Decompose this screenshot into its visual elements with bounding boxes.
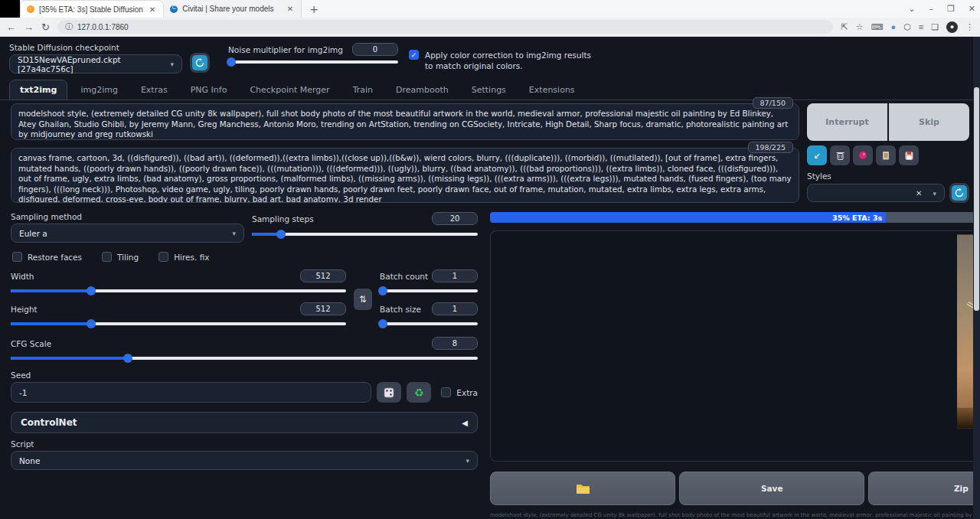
refresh-checkpoints-button[interactable] (192, 55, 207, 70)
apply-style-button[interactable] (876, 145, 896, 165)
hires-fix-label: Hires. fix (174, 253, 209, 262)
open-folder-button[interactable] (490, 472, 675, 505)
bookmark-star-icon[interactable]: ☆ (856, 22, 864, 32)
seed-input[interactable] (11, 382, 371, 403)
sampling-steps-value[interactable]: 20 (432, 212, 478, 225)
sampling-method-dropdown[interactable]: Euler a ▾ (11, 224, 244, 243)
browser-tab-stable-diffusion[interactable]: [35% ETA: 3s] Stable Diffusion ✕ (20, 0, 164, 18)
tab-checkpoint-merger[interactable]: Checkpoint Merger (240, 80, 339, 100)
restore-faces-option[interactable]: Restore faces (12, 252, 82, 262)
cfg-scale-value[interactable]: 8 (432, 337, 478, 350)
trash-icon (836, 151, 844, 160)
back-icon[interactable]: ← (6, 21, 16, 33)
batch-count-slider[interactable] (380, 286, 478, 295)
clear-styles-icon[interactable]: ✕ (916, 189, 922, 197)
zip-button[interactable]: Zip (868, 472, 980, 505)
window-minimize-icon[interactable]: – (929, 4, 933, 14)
hires-fix-option[interactable]: Hires. fix (158, 252, 209, 262)
paste-params-button[interactable]: ↙ (807, 145, 827, 165)
folder-icon (576, 483, 590, 495)
url-text: 127.0.0.1:7860 (77, 23, 129, 31)
save-style-button[interactable] (899, 145, 919, 165)
address-bar[interactable]: ⓘ 127.0.0.1:7860 (57, 20, 834, 34)
extensions-puzzle-icon[interactable]: ⬡ (903, 22, 911, 32)
profile-avatar[interactable]: ● (946, 21, 958, 33)
civitai-favicon (170, 5, 178, 13)
tab-extensions[interactable]: Extensions (519, 80, 585, 100)
window-restore-icon[interactable]: ❐ (947, 4, 955, 14)
reuse-seed-button[interactable]: ♻ (407, 382, 431, 403)
color-correction-label: Apply color correction to img2img result… (425, 50, 600, 71)
forward-icon[interactable]: → (24, 21, 34, 33)
width-slider[interactable] (11, 286, 346, 295)
batch-count-value[interactable]: 1 (432, 269, 478, 282)
refresh-styles-container (949, 183, 969, 203)
clear-prompt-button[interactable] (830, 145, 850, 165)
cfg-scale-slider[interactable] (11, 354, 478, 363)
share-icon[interactable]: ⇱ (841, 22, 848, 32)
hires-fix-checkbox[interactable] (158, 252, 168, 262)
browser-tab-civitai[interactable]: Civitai | Share your models ✕ (164, 0, 302, 18)
tab-txt2img[interactable]: txt2img (9, 80, 67, 100)
width-label: Width (11, 272, 34, 281)
kebab-menu-icon[interactable]: ⋮ (965, 22, 974, 32)
side-panel-icon[interactable]: ❏ (931, 22, 939, 32)
tab-dreambooth[interactable]: Dreambooth (386, 80, 459, 100)
refresh-icon (955, 188, 964, 197)
batch-size-slider[interactable] (380, 319, 478, 328)
prompt-token-counter: 87/150 (753, 97, 793, 109)
extra-seed-option[interactable]: Extra (441, 387, 478, 397)
page-info-icon[interactable]: ⓘ (65, 21, 73, 32)
styles-label: Styles (807, 171, 969, 181)
noise-multiplier-slider[interactable] (228, 57, 398, 67)
extra-seed-checkbox[interactable] (441, 387, 451, 397)
scrollbar-thumb[interactable] (974, 87, 979, 311)
batch-size-value[interactable]: 1 (432, 302, 478, 315)
accordion-collapse-icon: ◀ (462, 419, 468, 427)
tab-img2img[interactable]: img2img (70, 80, 128, 100)
skip-button[interactable]: Skip (889, 103, 969, 141)
tab-close-icon[interactable]: ✕ (148, 5, 157, 14)
seed-label: Seed (11, 370, 478, 380)
refresh-styles-button[interactable] (952, 185, 967, 201)
tiling-option[interactable]: Tiling (102, 252, 139, 262)
width-value[interactable]: 512 (300, 269, 346, 282)
tab-train[interactable]: Train (343, 80, 383, 100)
negative-prompt-token-counter: 198/225 (748, 142, 793, 153)
noise-multiplier-label: Noise multiplier for img2img (228, 45, 343, 54)
new-tab-button[interactable]: + (302, 3, 326, 15)
controlnet-accordion[interactable]: ControlNet ◀ (11, 412, 478, 433)
negative-prompt-input[interactable]: canvas frame, cartoon, 3d, ((disfigured)… (11, 148, 799, 203)
main-tab-bar: txt2img img2img Extras PNG Info Checkpoi… (0, 80, 980, 100)
swap-width-height-button[interactable]: ⇅ (354, 289, 372, 310)
save-button[interactable]: Save (679, 472, 864, 505)
interrupt-button[interactable]: Interrupt (807, 103, 887, 141)
tiling-checkbox[interactable] (102, 252, 112, 262)
restore-faces-checkbox[interactable] (12, 252, 22, 262)
extension-grid-icon[interactable]: ⌨ (871, 22, 884, 32)
height-value[interactable]: 512 (300, 302, 346, 315)
random-seed-button[interactable] (377, 382, 401, 403)
tab-png-info[interactable]: PNG Info (181, 80, 237, 100)
window-close-icon[interactable]: ✕ (969, 4, 975, 14)
page-scrollbar[interactable] (973, 37, 980, 519)
script-dropdown[interactable]: None ▾ (11, 451, 478, 470)
prompt-input[interactable]: modelshoot style, (extremely detailed CG… (11, 103, 799, 140)
extension-blue-icon[interactable]: ● (890, 22, 896, 31)
tab-extras[interactable]: Extras (131, 80, 178, 100)
window-menu-icon[interactable]: ⌄ (908, 4, 915, 14)
noise-multiplier-value[interactable]: 0 (352, 43, 398, 56)
tab-settings[interactable]: Settings (462, 80, 516, 100)
height-slider[interactable] (11, 319, 346, 328)
extra-networks-button[interactable] (853, 145, 873, 165)
floppy-disk-icon (905, 152, 913, 160)
color-correction-checkbox[interactable]: ✓ (409, 50, 419, 60)
styles-dropdown[interactable]: ✕▾ (807, 184, 945, 202)
checkpoint-dropdown[interactable]: SD15NewVAEpruned.ckpt [27a4ac756c] ▾ (9, 54, 182, 73)
tab-close-icon[interactable]: ✕ (286, 5, 295, 13)
checkpoint-value: SD15NewVAEpruned.ckpt [27a4ac756c] (18, 55, 164, 73)
reload-icon[interactable]: ↻ (41, 21, 50, 33)
reading-list-icon[interactable]: ≡ (919, 22, 923, 31)
sampling-steps-slider[interactable] (252, 230, 478, 239)
sampling-method-value: Euler a (19, 229, 47, 238)
